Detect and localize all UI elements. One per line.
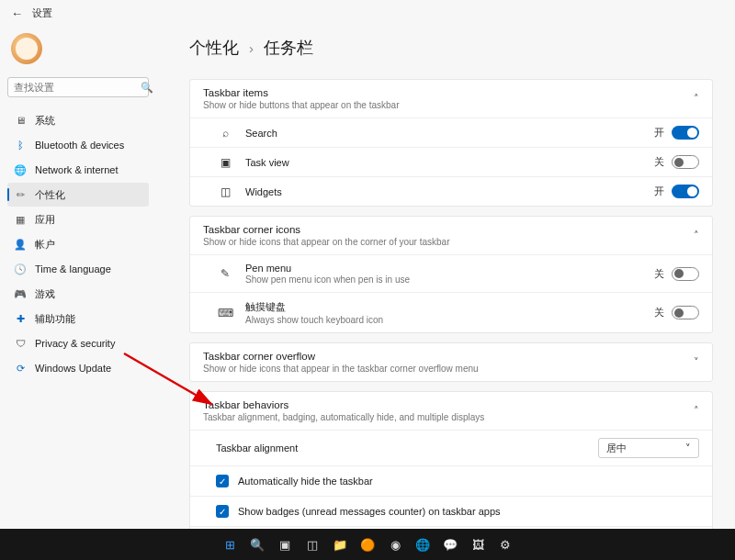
toggle-state: 开 [654,126,664,140]
sidebar: 🔍 🖥系统ᛒBluetooth & devices🌐Network & inte… [0,26,156,529]
search-icon: 🔍 [141,82,153,94]
widgets-icon[interactable]: ◫ [302,534,322,554]
sidebar-item[interactable]: 🌐Network & internet [7,158,149,182]
section-header[interactable]: Taskbar items Show or hide buttons that … [190,80,712,118]
sidebar-item[interactable]: 🖥系统 [7,108,149,132]
section-header[interactable]: Taskbar corner icons Show or hide icons … [190,217,712,254]
search-box[interactable]: 🔍 [7,77,149,97]
sidebar-item[interactable]: ✏个性化 [7,183,149,207]
chevron-right-icon: › [249,40,254,56]
section-header[interactable]: Taskbar corner overflow Show or hide ico… [190,343,712,381]
section-taskbar-behaviors: Taskbar behaviors Taskbar alignment, bad… [189,391,713,529]
nav-icon: ✚ [13,313,28,325]
sidebar-item-label: 应用 [35,213,55,227]
row-label: Widgets [245,186,654,197]
row-label: Search [245,128,654,139]
sidebar-item[interactable]: 🛡Privacy & security [7,331,149,355]
sidebar-item-label: 游戏 [35,287,55,301]
settings-icon[interactable]: ⚙ [495,534,515,554]
toggle-switch[interactable] [672,267,699,281]
setting-row: ✎Pen menuShow pen menu icon when pen is … [190,254,712,292]
section-title: Taskbar corner icons [203,224,694,235]
sidebar-item[interactable]: 🎮游戏 [7,282,149,306]
section-header[interactable]: Taskbar behaviors Taskbar alignment, bad… [190,392,712,430]
setting-row: ▣Task view关 [190,147,712,176]
search-icon[interactable]: 🔍 [247,534,267,554]
chevron-down-icon: ˅ [694,356,699,368]
checkbox[interactable]: ✓ [216,475,229,487]
row-label: Task view [245,157,654,168]
task-view-icon[interactable]: ▣ [275,534,295,554]
chevron-up-icon: ˄ [694,93,699,105]
section-corner-icons: Taskbar corner icons Show or hide icons … [189,216,713,333]
toggle-state: 关 [654,306,664,319]
toggle-state: 关 [654,267,664,281]
label: Automatically hide the taskbar [238,476,373,487]
nav-icon: 🌐 [13,164,28,176]
row-sublabel: Always show touch keyboard icon [245,315,654,325]
section-title: Taskbar behaviors [203,399,694,410]
sidebar-item[interactable]: ⟳Windows Update [7,356,149,380]
explorer-icon[interactable]: 📁 [330,534,350,554]
label: Show badges (unread messages counter) on… [238,506,501,517]
alignment-dropdown[interactable]: 居中 ˅ [598,438,699,458]
section-title: Taskbar items [203,87,694,98]
section-subtitle: Taskbar alignment, badging, automaticall… [203,412,694,422]
row-icon: ▣ [216,156,234,169]
toggle-switch[interactable] [672,126,699,140]
section-taskbar-items: Taskbar items Show or hide buttons that … [189,79,713,207]
app-icon[interactable]: 💬 [440,534,460,554]
windows-taskbar[interactable]: ⊞ 🔍 ▣ ◫ 📁 🟠 ◉ 🌐 💬 🖼 ⚙ [0,529,735,560]
setting-row: ⌕Search开 [190,118,712,147]
sidebar-item[interactable]: ✚辅助功能 [7,307,149,330]
chevron-down-icon: ˅ [685,442,691,454]
checkbox-row[interactable]: ✓Automatically hide the taskbar [190,465,712,496]
start-button[interactable]: ⊞ [220,534,240,554]
dropdown-value: 居中 [606,442,627,455]
browser-icon[interactable]: 🟠 [357,534,378,554]
row-icon: ⌕ [216,127,234,140]
row-icon: ⌨ [216,307,234,319]
nav-icon: ▦ [13,214,28,226]
nav-icon: 👤 [13,239,28,251]
sidebar-item-label: 帐户 [35,238,55,252]
toggle-switch[interactable] [672,185,699,198]
sidebar-item[interactable]: ᛒBluetooth & devices [7,133,149,157]
sidebar-item-label: Windows Update [35,363,111,374]
content-area: 个性化 › 任务栏 Taskbar items Show or hide but… [156,26,735,529]
sidebar-item[interactable]: 🕓Time & language [7,257,149,281]
back-button[interactable]: ← [11,6,23,20]
checkbox-row[interactable]: ✓Show badges (unread messages counter) o… [190,496,712,526]
edge-icon[interactable]: 🌐 [413,534,433,554]
row-sublabel: Show pen menu icon when pen is in use [245,274,654,285]
search-input[interactable] [14,82,141,93]
app-icon[interactable]: 🖼 [468,534,488,554]
row-icon: ✎ [216,267,234,280]
breadcrumb-current: 任务栏 [264,39,313,57]
row-taskbar-alignment: Taskbar alignment 居中 ˅ [190,430,712,465]
nav-icon: 🛡 [13,338,28,349]
sidebar-item[interactable]: ▦应用 [7,207,149,231]
chrome-icon[interactable]: ◉ [385,534,405,554]
sidebar-item-label: Time & language [35,263,111,274]
row-label: 触摸键盘 [245,300,654,314]
sidebar-item-label: Bluetooth & devices [35,140,124,151]
checkbox[interactable]: ✓ [216,505,229,518]
label: Taskbar alignment [216,442,298,454]
sidebar-item-label: 个性化 [35,188,65,202]
row-icon: ◫ [216,185,234,198]
toggle-state: 关 [654,155,664,169]
toggle-switch[interactable] [672,306,699,319]
nav-icon: ᛒ [13,140,28,151]
avatar[interactable] [11,33,42,64]
breadcrumb-parent[interactable]: 个性化 [189,39,239,57]
nav-icon: 🎮 [13,288,28,300]
chevron-up-icon: ˄ [694,230,699,241]
sidebar-item-label: Privacy & security [35,338,115,349]
section-corner-overflow: Taskbar corner overflow Show or hide ico… [189,342,713,382]
toggle-switch[interactable] [672,155,699,169]
row-label: Pen menu [245,263,654,274]
sidebar-item[interactable]: 👤帐户 [7,232,149,256]
section-subtitle: Show or hide icons that appear in the ta… [203,364,694,374]
sidebar-item-label: Network & internet [35,164,118,175]
